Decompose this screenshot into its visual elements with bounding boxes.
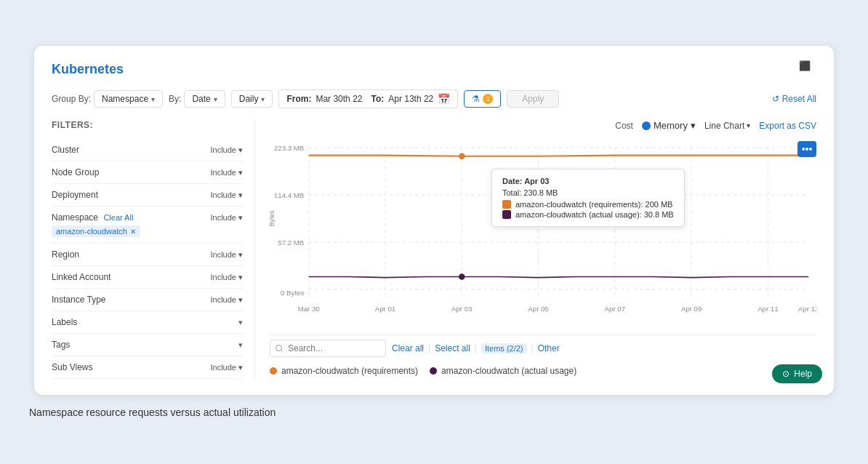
filter-namespace-control[interactable]: Include ▾: [210, 213, 243, 223]
filter-instance-type: Instance Type Include ▾: [52, 289, 243, 311]
filter-linked-account: Linked Account Include ▾: [52, 266, 243, 289]
date-range: From: Mar 30th 22 To: Apr 13th 22 📅: [278, 89, 458, 108]
legend-search-input[interactable]: [270, 340, 386, 357]
filter-linked-account-control[interactable]: Include ▾: [210, 273, 243, 282]
by-dropdown[interactable]: Date: [184, 90, 225, 108]
svg-text:223.3 MB: 223.3 MB: [274, 144, 304, 152]
by-label: By:: [169, 94, 181, 104]
legend-item-actual: amazon-cloudwatch (actual usage): [430, 366, 576, 376]
legend-dot-requirements: [270, 367, 277, 375]
line-chart-control[interactable]: Line Chart: [704, 121, 750, 131]
svg-text:Apr 09: Apr 09: [681, 305, 702, 313]
filter-nodegroup-control[interactable]: Include ▾: [210, 168, 243, 177]
other-legend[interactable]: Other: [538, 343, 560, 353]
by-group: By: Date: [169, 90, 225, 108]
memory-toggle-group[interactable]: Memory ▾: [642, 120, 696, 131]
help-label: Help: [794, 369, 812, 379]
page-caption: Namespace resource requests versus actua…: [15, 407, 276, 418]
namespace-tag: amazon-cloudwatch ✕: [52, 225, 140, 237]
chart-header: Cost Memory ▾ Line Chart Export as CSV: [270, 120, 816, 131]
calendar-icon[interactable]: 📅: [438, 93, 450, 105]
svg-text:Bytes: Bytes: [270, 210, 276, 226]
help-icon: ⊙: [782, 369, 789, 379]
filter-deployment: Deployment Include ▾: [52, 184, 243, 207]
tooltip-swatch-requirements: [502, 200, 511, 209]
save-icon[interactable]: ⬛: [799, 60, 816, 78]
svg-text:Apr 13: Apr 13: [798, 305, 816, 313]
to-value: Apr 13th 22: [388, 94, 433, 104]
search-legend-row: Clear all | Select all | Items (2/2) | O…: [270, 335, 816, 361]
chart-tooltip: Date: Apr 03 Total: 230.8 MB amazon-clou…: [491, 169, 685, 227]
filter-cluster-control[interactable]: Include ▾: [210, 145, 243, 155]
card-header: Kubernetes ⬛: [52, 60, 816, 78]
tooltip-date: Date: Apr 03: [502, 177, 674, 185]
filter-namespace-name: Namespace Clear All: [52, 212, 133, 223]
memory-toggle-dot: [642, 121, 651, 130]
from-value: Mar 30th 22: [316, 94, 362, 104]
svg-text:57.2 MB: 57.2 MB: [278, 239, 304, 247]
help-button[interactable]: ⊙ Help: [772, 364, 822, 383]
namespace-tag-remove[interactable]: ✕: [130, 228, 136, 236]
svg-text:Apr 03: Apr 03: [451, 305, 472, 313]
legend-label-requirements: amazon-cloudwatch (requirements): [281, 366, 418, 376]
to-label: To:: [371, 94, 384, 104]
toolbar: Group By: Namespace By: Date Daily From:…: [52, 89, 816, 108]
tooltip-item-actual: amazon-cloudwatch (actual usage): 30.8 M…: [502, 210, 674, 219]
tooltip-total: Total: 230.8 MB: [502, 188, 674, 197]
filter-labels-arrow[interactable]: ▾: [238, 318, 243, 327]
select-all-legend[interactable]: Select all: [435, 343, 470, 353]
main-content: FILTERS: Cluster Include ▾ Node Group In…: [52, 120, 816, 380]
chart-svg: 223.3 MB 114.4 MB 57.2 MB 0 Bytes Bytes: [270, 140, 816, 329]
filter-icon: ⚗: [472, 94, 480, 104]
filter-nodegroup: Node Group Include ▾: [52, 161, 243, 184]
filter-region-name: Region: [52, 249, 79, 260]
namespace-clear-all[interactable]: Clear All: [103, 213, 133, 222]
group-by-group: Group By: Namespace: [52, 90, 163, 108]
filter-subviews-name: Sub Views: [52, 362, 92, 372]
filter-instance-type-name: Instance Type: [52, 295, 106, 305]
filter-subviews: Sub Views Include ▾: [52, 356, 243, 379]
clear-all-legend[interactable]: Clear all: [392, 343, 424, 353]
filter-linked-account-name: Linked Account: [52, 272, 110, 282]
legend-label-actual: amazon-cloudwatch (actual usage): [441, 366, 576, 376]
main-card: Kubernetes ⬛ Group By: Namespace By: Dat…: [34, 46, 834, 395]
chart-panel: Cost Memory ▾ Line Chart Export as CSV •…: [255, 120, 816, 380]
filter-nodegroup-name: Node Group: [52, 167, 99, 177]
legend-actions: Clear all | Select all | Items (2/2) | O…: [392, 343, 560, 353]
svg-text:Apr 01: Apr 01: [375, 305, 395, 313]
filter-cluster: Cluster Include ▾: [52, 139, 243, 161]
cost-toggle[interactable]: Cost: [615, 121, 633, 131]
reset-label: Reset All: [782, 94, 816, 104]
svg-text:Apr 05: Apr 05: [528, 305, 548, 313]
apply-button[interactable]: Apply: [507, 90, 559, 108]
tooltip-label-actual: amazon-cloudwatch (actual usage): 30.8 M…: [515, 210, 674, 219]
svg-point-16: [459, 153, 465, 159]
filters-panel: FILTERS: Cluster Include ▾ Node Group In…: [52, 120, 255, 380]
sep2: |: [475, 343, 477, 353]
memory-label: Memory: [654, 120, 688, 131]
more-options-button[interactable]: •••: [797, 141, 816, 157]
svg-point-17: [459, 273, 465, 280]
cost-label: Cost: [615, 121, 633, 131]
reset-button[interactable]: ↺ Reset All: [772, 94, 816, 104]
filter-deployment-name: Deployment: [52, 190, 98, 200]
filter-subviews-control[interactable]: Include ▾: [210, 363, 243, 372]
filter-count: 1: [483, 94, 493, 104]
group-by-dropdown[interactable]: Namespace: [94, 90, 163, 108]
filter-button[interactable]: ⚗ 1: [464, 90, 501, 108]
filter-cluster-name: Cluster: [52, 145, 79, 155]
filters-title: FILTERS:: [52, 120, 243, 130]
items-badge: Items (2/2): [481, 343, 527, 353]
legend-dot-actual: [430, 367, 437, 375]
filter-labels: Labels ▾: [52, 311, 243, 334]
export-csv-button[interactable]: Export as CSV: [759, 121, 816, 131]
filter-instance-type-control[interactable]: Include ▾: [210, 295, 243, 305]
filter-tags: Tags ▾: [52, 334, 243, 356]
filter-deployment-control[interactable]: Include ▾: [210, 191, 243, 200]
granularity-dropdown[interactable]: Daily: [231, 90, 273, 108]
filter-region-control[interactable]: Include ▾: [210, 250, 243, 260]
filter-tags-name: Tags: [52, 340, 70, 350]
filter-tags-arrow[interactable]: ▾: [238, 340, 243, 350]
filter-namespace: Namespace Clear All Include ▾ amazon-clo…: [52, 207, 243, 244]
namespace-tag-label: amazon-cloudwatch: [56, 227, 127, 236]
